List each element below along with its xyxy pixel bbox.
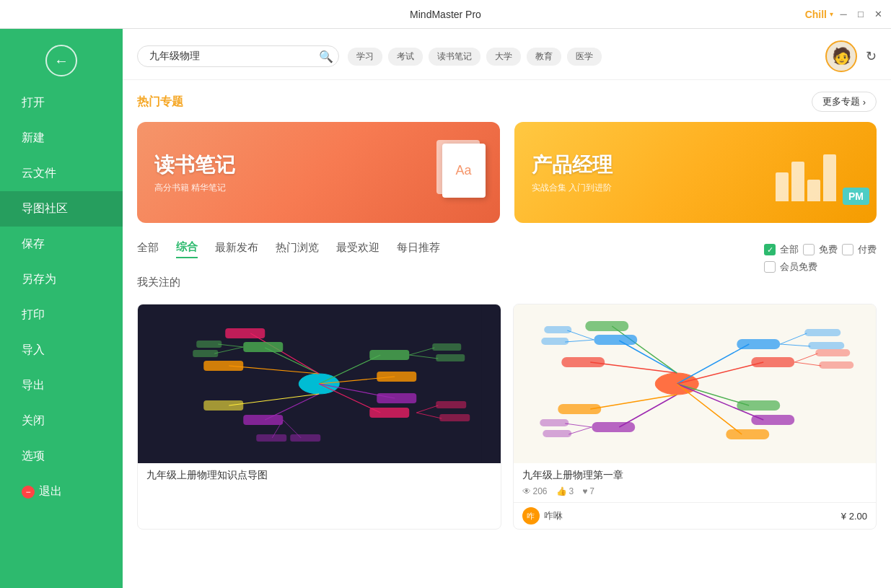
- filter-row-2: 会员免费: [764, 260, 817, 273]
- search-input[interactable]: [137, 45, 339, 67]
- mindmap-svg-2: [514, 304, 877, 463]
- svg-rect-26: [432, 343, 461, 351]
- content-header: 🔍 学习 考试 读书笔记 大学 教育 医学 🧑 ↻: [123, 29, 891, 80]
- pm-badge: PM: [843, 188, 869, 205]
- chart-bar-1: [776, 172, 789, 201]
- svg-rect-35: [290, 434, 320, 442]
- tag-education[interactable]: 教育: [527, 48, 561, 66]
- sidebar-item-export[interactable]: 导出: [0, 368, 123, 403]
- tag-study[interactable]: 学习: [348, 48, 382, 66]
- favorites-count: 7: [589, 486, 594, 496]
- banner-1-content: 读书笔记 高分书籍 精华笔记: [154, 152, 235, 194]
- sidebar-item-exit[interactable]: − 退出: [0, 474, 123, 509]
- banner-2-subtitle: 实战合集 入门到进阶: [532, 182, 613, 194]
- content-body: 热门专题 更多专题 › 读书笔记 高分书籍 精华笔记: [123, 80, 891, 541]
- mind-card-1-info: 九年级上册物理知识点导图: [138, 463, 501, 492]
- banner-reading-notes[interactable]: 读书笔记 高分书籍 精华笔记 Aa: [137, 122, 500, 223]
- tab-hot[interactable]: 热门浏览: [276, 241, 319, 258]
- sidebar-item-open[interactable]: 打开: [0, 85, 123, 120]
- sidebar-item-import[interactable]: 导入: [0, 333, 123, 368]
- hot-topics-title: 热门专题: [137, 95, 183, 110]
- username: Chill: [805, 9, 827, 20]
- checkbox-paid[interactable]: [842, 244, 853, 255]
- banner-1-decoration: Aa: [421, 140, 486, 205]
- mind-card-1[interactable]: 九年级上册物理知识点导图: [137, 304, 501, 530]
- filters: ✓ 全部 免费 付费 会员免费: [764, 243, 877, 273]
- tag-exam[interactable]: 考试: [388, 48, 423, 66]
- views-stat: 👁 206: [522, 486, 548, 496]
- banner-1-subtitle: 高分书籍 精华笔记: [154, 182, 235, 194]
- minimize-button[interactable]: ─: [838, 9, 849, 20]
- user-avatar[interactable]: 🧑: [825, 40, 857, 72]
- svg-rect-14: [243, 415, 283, 425]
- svg-rect-13: [225, 328, 265, 338]
- tab-comprehensive[interactable]: 综合: [176, 240, 198, 258]
- tab-popular[interactable]: 最受欢迎: [336, 241, 379, 258]
- svg-rect-16: [369, 350, 409, 360]
- sidebar-item-close[interactable]: 关闭: [0, 403, 123, 439]
- svg-rect-60: [804, 329, 840, 336]
- card-price: ¥ 2.00: [841, 511, 867, 522]
- mind-card-1-title: 九年级上册物理知识点导图: [146, 469, 492, 482]
- svg-rect-64: [815, 349, 850, 356]
- svg-rect-55: [737, 400, 780, 411]
- sidebar-item-options[interactable]: 选项: [0, 439, 123, 474]
- window-controls: ─ □ ✕: [838, 9, 884, 20]
- tab-newest[interactable]: 最新发布: [215, 241, 258, 258]
- mind-card-1-thumb: [138, 304, 501, 463]
- sidebar-item-saveas[interactable]: 另存为: [0, 262, 123, 297]
- heart-icon: ♥: [582, 486, 587, 496]
- refresh-button[interactable]: ↻: [866, 48, 877, 64]
- svg-rect-23: [193, 350, 218, 357]
- banner-row: 读书笔记 高分书籍 精华笔记 Aa 产品经理 实战合集 入门到进阶: [137, 122, 877, 223]
- user-area[interactable]: Chill ▾: [805, 9, 833, 20]
- close-button[interactable]: ✕: [872, 9, 884, 20]
- checkbox-member-free[interactable]: [764, 261, 776, 273]
- sidebar-item-save[interactable]: 保存: [0, 227, 123, 262]
- like-icon: 👍: [556, 486, 567, 496]
- views-count: 206: [533, 486, 548, 496]
- maximize-button[interactable]: □: [855, 9, 866, 20]
- sidebar-item-print[interactable]: 打印: [0, 297, 123, 333]
- tab-all[interactable]: 全部: [137, 241, 159, 258]
- sidebar: ← 打开 新建 云文件 导图社区 保存 另存为 打印 导入 导出 关闭 选项 −…: [0, 29, 123, 588]
- back-button[interactable]: ←: [0, 36, 123, 85]
- mindmap-svg-1: [138, 304, 501, 463]
- filter-all-label: 全部: [780, 243, 799, 256]
- tabs-area: 全部 综合 最新发布 热门浏览 最受欢迎 每日推荐 我关注的 ✓: [137, 240, 877, 304]
- checkbox-free[interactable]: [803, 244, 815, 255]
- svg-rect-17: [377, 372, 416, 382]
- tab-my-following[interactable]: 我关注的: [137, 276, 180, 292]
- svg-rect-52: [558, 404, 601, 414]
- tag-notes[interactable]: 读书笔记: [429, 48, 480, 66]
- svg-rect-72: [540, 419, 569, 426]
- svg-rect-22: [196, 341, 221, 348]
- sidebar-item-community[interactable]: 导图社区: [0, 191, 123, 227]
- banner-1-title: 读书笔记: [154, 152, 235, 179]
- svg-rect-34: [256, 434, 286, 442]
- mind-card-2[interactable]: 九年级上册物理第一章 👁 206 👍 3 ♥: [513, 304, 877, 530]
- banner-product-manager[interactable]: 产品经理 实战合集 入门到进阶 PM: [514, 122, 877, 223]
- checkbox-all[interactable]: ✓: [764, 244, 776, 255]
- svg-rect-61: [808, 342, 844, 349]
- chart-bar-3: [807, 180, 820, 201]
- svg-rect-31: [439, 414, 470, 421]
- search-button[interactable]: 🔍: [319, 50, 333, 63]
- mind-card-2-info: 九年级上册物理第一章 👁 206 👍 3 ♥: [514, 463, 877, 502]
- tab-daily[interactable]: 每日推荐: [397, 241, 440, 258]
- sidebar-item-new[interactable]: 新建: [0, 120, 123, 156]
- search-tags: 学习 考试 读书笔记 大学 教育 医学: [348, 48, 602, 66]
- more-topics-button[interactable]: 更多专题 ›: [812, 92, 877, 112]
- sidebar-item-cloud[interactable]: 云文件: [0, 156, 123, 191]
- tag-university[interactable]: 大学: [486, 48, 521, 66]
- app-title: MindMaster Pro: [410, 9, 481, 20]
- likes-count: 3: [569, 486, 574, 496]
- tabs-second-row: 我关注的: [137, 276, 440, 292]
- favorites-stat: ♥ 7: [582, 486, 594, 496]
- svg-rect-30: [436, 401, 466, 408]
- tag-medical[interactable]: 医学: [567, 48, 602, 66]
- chart-bar-4: [823, 154, 836, 201]
- mind-card-2-thumb: [514, 304, 877, 463]
- main-layout: ← 打开 新建 云文件 导图社区 保存 另存为 打印 导入 导出 关闭 选项 −…: [0, 29, 891, 588]
- likes-stat: 👍 3: [556, 486, 574, 496]
